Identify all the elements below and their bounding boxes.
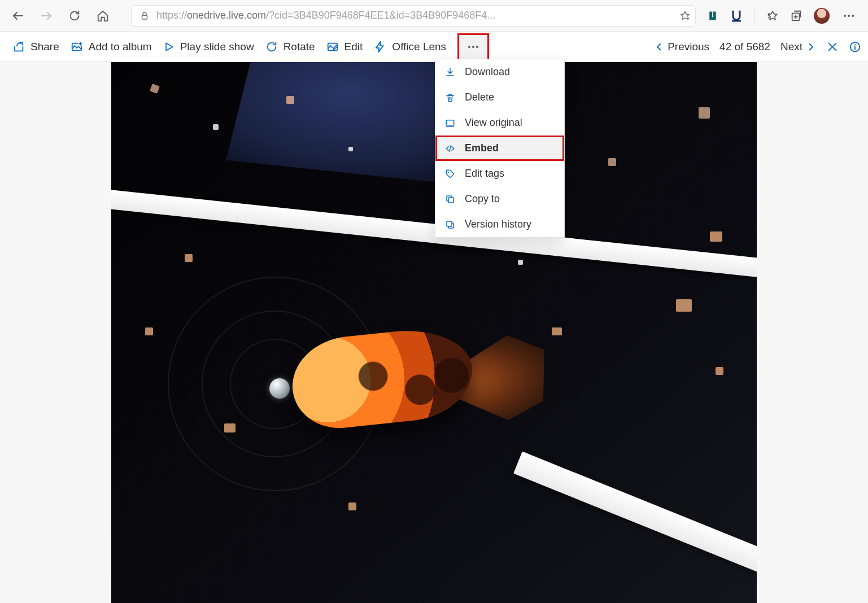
browser-right-cluster (707, 8, 857, 24)
label: Edit tags (465, 168, 504, 180)
label: Delete (465, 91, 494, 103)
label: Play slide show (180, 41, 254, 53)
book-ext-icon[interactable] (707, 10, 718, 21)
menu-edit-tags[interactable]: Edit tags (435, 161, 564, 186)
photo-viewer (0, 62, 868, 603)
browser-toolbar: https://onedrive.live.com/?cid=3B4B90F94… (0, 0, 868, 32)
menu-copy-to[interactable]: Copy to (435, 186, 564, 212)
copy-icon (445, 194, 455, 204)
home-icon (97, 10, 109, 22)
menu-version-history[interactable]: Version history (435, 212, 564, 237)
label: Next (780, 41, 802, 53)
svg-rect-15 (447, 221, 452, 226)
arrow-right-icon (40, 9, 53, 23)
edit-button[interactable]: Edit (326, 41, 363, 53)
svg-point-10 (854, 44, 856, 45)
rotate-icon (265, 41, 278, 53)
menu-view-original[interactable]: View original (435, 110, 564, 136)
label: Office Lens (392, 41, 446, 53)
photo-nav-cluster: Previous 42 of 5682 Next (654, 41, 861, 53)
browser-refresh-button[interactable] (67, 8, 82, 24)
menu-download[interactable]: Download (435, 59, 564, 85)
office-lens-button[interactable]: Office Lens (374, 41, 446, 53)
favorites-icon[interactable] (766, 10, 779, 22)
label: View original (465, 117, 522, 129)
menu-embed[interactable]: Embed (435, 136, 564, 161)
add-to-album-button[interactable]: Add to album (71, 41, 152, 53)
svg-rect-0 (142, 15, 147, 19)
play-icon (163, 41, 175, 53)
photo-image[interactable] (111, 62, 757, 603)
more-commands-menu: Download Delete View original Embed Edit… (435, 59, 565, 238)
browser-address-bar[interactable]: https://onedrive.live.com/?cid=3B4B90F94… (131, 5, 696, 27)
trash-icon (445, 93, 455, 103)
tag-icon (445, 169, 455, 179)
svg-rect-11 (446, 120, 454, 125)
more-commands-button[interactable] (457, 33, 489, 60)
chevron-right-icon (806, 42, 816, 52)
share-icon (12, 41, 25, 53)
label: Rotate (283, 41, 315, 53)
ellipsis-icon (844, 15, 854, 17)
rotate-button[interactable]: Rotate (265, 41, 315, 53)
previous-button[interactable]: Previous (654, 41, 709, 53)
refresh-icon (68, 10, 81, 22)
share-button[interactable]: Share (12, 41, 59, 53)
edit-image-icon (326, 41, 339, 53)
browser-url-text: https://onedrive.live.com/?cid=3B4B90F94… (156, 10, 673, 21)
browser-back-button[interactable] (10, 8, 26, 24)
profile-avatar[interactable] (814, 8, 830, 24)
download-icon (445, 67, 455, 77)
label: Download (465, 66, 510, 78)
label: Share (30, 41, 59, 53)
arrow-left-icon (11, 9, 25, 23)
browser-forward-button (38, 8, 54, 24)
svg-rect-13 (448, 198, 453, 203)
screen-icon (445, 118, 455, 128)
label: Embed (465, 142, 499, 154)
ellipsis-icon (468, 46, 478, 48)
menu-delete[interactable]: Delete (435, 85, 564, 110)
svg-point-12 (448, 171, 449, 172)
label: Edit (344, 41, 363, 53)
embed-icon (444, 143, 456, 154)
close-icon (826, 41, 839, 53)
u-ext-icon[interactable] (730, 9, 743, 23)
album-add-icon (71, 41, 83, 53)
photo-counter: 42 of 5682 (719, 41, 770, 53)
play-slideshow-button[interactable]: Play slide show (163, 41, 254, 53)
lock-icon (139, 11, 150, 21)
browser-overflow-button[interactable] (841, 8, 857, 24)
collections-icon[interactable] (790, 10, 802, 22)
info-icon (849, 41, 861, 53)
next-button[interactable]: Next (780, 41, 816, 53)
label: Previous (668, 41, 709, 53)
label: Add to album (89, 41, 152, 53)
chevron-left-icon (654, 42, 664, 52)
label: Copy to (465, 193, 500, 205)
svg-rect-4 (732, 20, 741, 22)
info-button[interactable] (849, 41, 861, 53)
history-icon (445, 220, 455, 230)
browser-home-button[interactable] (95, 8, 111, 24)
favorite-add-icon[interactable] (679, 10, 691, 21)
browser-nav-cluster (10, 8, 111, 24)
separator (754, 9, 755, 23)
onedrive-command-bar: Share Add to album Play slide show Rotat… (0, 32, 868, 62)
label: Version history (465, 219, 531, 230)
lens-icon (374, 41, 386, 53)
close-button[interactable] (826, 41, 839, 53)
svg-rect-3 (712, 11, 713, 17)
